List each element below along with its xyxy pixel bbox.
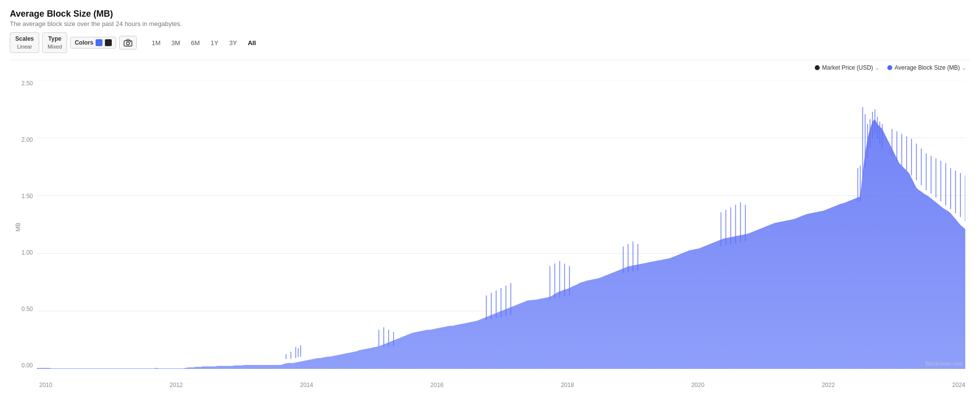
x-label-2018: 2018 — [561, 382, 574, 388]
y-axis: 2.50 2.00 1.50 1.00 0.50 0.00 — [10, 80, 37, 369]
svg-point-1 — [126, 42, 129, 45]
colors-label: Colors — [75, 39, 93, 46]
legend-block-size-label: Average Block Size (MB) — [895, 64, 960, 71]
y-label-150: 1.50 — [22, 193, 33, 200]
y-label-100: 1.00 — [22, 249, 33, 256]
x-axis: 2010 2012 2014 2016 2018 2020 2022 2024 — [39, 382, 965, 388]
x-label-2016: 2016 — [430, 382, 444, 388]
time-btn-1m[interactable]: 1M — [148, 37, 164, 49]
legend-chevron-2: ⌵ — [962, 65, 965, 71]
legend-dot-blue — [887, 65, 892, 70]
x-label-2020: 2020 — [691, 382, 704, 388]
legend-block-size[interactable]: Average Block Size (MB) ⌵ — [887, 64, 965, 71]
y-label-250: 2.50 — [22, 80, 33, 87]
chart-legend: Market Price (USD) ⌵ Average Block Size … — [815, 64, 965, 71]
x-label-2022: 2022 — [822, 382, 835, 388]
y-label-000: 0.00 — [22, 362, 33, 369]
time-btn-1y[interactable]: 1Y — [207, 37, 223, 49]
legend-market-price-label: Market Price (USD) — [822, 64, 873, 71]
chart-subtitle: The average block size over the past 24 … — [10, 20, 970, 27]
x-label-2012: 2012 — [170, 382, 183, 388]
chart-svg — [37, 80, 965, 369]
y-axis-unit: MB — [15, 223, 22, 232]
scales-sub: Linear — [15, 43, 34, 51]
x-label-2014: 2014 — [300, 382, 313, 388]
legend-market-price[interactable]: Market Price (USD) ⌵ — [815, 64, 879, 71]
type-label: Type — [48, 35, 62, 43]
camera-button[interactable] — [119, 36, 137, 50]
legend-chevron-1: ⌵ — [876, 65, 879, 71]
x-label-2010: 2010 — [39, 382, 52, 388]
chart-title: Average Block Size (MB) — [10, 9, 970, 19]
colors-button[interactable]: Colors — [70, 37, 116, 49]
type-button[interactable]: Type Mixed — [42, 32, 67, 53]
chart-area: Market Price (USD) ⌵ Average Block Size … — [10, 60, 970, 393]
time-btn-3m[interactable]: 3M — [167, 37, 184, 49]
color-swatch-black — [105, 39, 112, 46]
camera-icon — [124, 39, 132, 47]
scales-button[interactable]: Scales Linear — [10, 32, 39, 53]
time-btn-3y[interactable]: 3Y — [226, 37, 241, 49]
color-swatch-blue — [96, 39, 102, 46]
time-btn-all[interactable]: All — [244, 37, 260, 49]
page-container: Average Block Size (MB) The average bloc… — [0, 0, 980, 398]
time-btn-6m[interactable]: 6M — [187, 37, 204, 49]
y-label-050: 0.50 — [22, 306, 33, 312]
y-label-200: 2.00 — [22, 136, 33, 143]
legend-dot-black — [815, 65, 820, 70]
svg-point-3 — [130, 41, 131, 42]
chart-canvas — [37, 80, 965, 369]
watermark: Blockchain.com — [925, 361, 963, 366]
x-label-2024: 2024 — [952, 382, 965, 388]
type-sub: Mixed — [48, 43, 62, 51]
scales-label: Scales — [15, 35, 34, 43]
toolbar: Scales Linear Type Mixed Colors 1M 3M 6M… — [10, 32, 970, 53]
svg-rect-2 — [126, 39, 129, 41]
